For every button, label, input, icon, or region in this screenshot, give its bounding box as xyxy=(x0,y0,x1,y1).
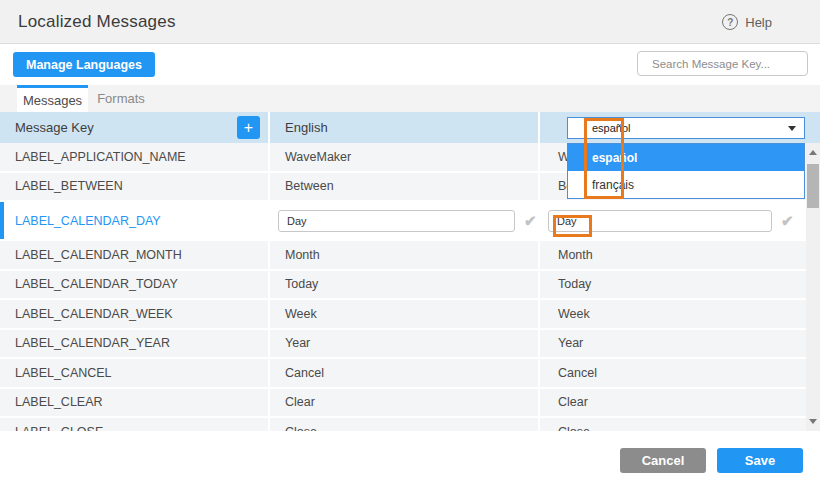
english-value-cell: ✔ xyxy=(270,202,540,239)
footer-bar: Cancel Save xyxy=(0,431,820,490)
message-key-cell: LABEL_CLEAR xyxy=(0,389,270,417)
scroll-down-icon[interactable] xyxy=(809,419,817,424)
localized-value-cell: Today xyxy=(540,271,806,299)
english-value-cell: WaveMaker xyxy=(270,143,540,171)
cancel-button[interactable]: Cancel xyxy=(620,448,706,473)
english-value-cell: Week xyxy=(270,300,540,328)
column-header-message-key: Message Key + xyxy=(0,112,270,143)
search-input[interactable] xyxy=(652,58,806,70)
table-row[interactable]: LABEL_CALENDAR_WEEK Week Week xyxy=(0,300,806,330)
message-key-cell: LABEL_CANCEL xyxy=(0,359,270,387)
help-label: Help xyxy=(745,15,772,30)
language-select-value: español xyxy=(592,122,631,134)
localized-value-cell: Week xyxy=(540,300,806,328)
message-key-cell: LABEL_APPLICATION_NAME xyxy=(0,143,270,171)
table-row[interactable]: LABEL_CALENDAR_MONTH Month Month xyxy=(0,241,806,271)
english-value-cell: Month xyxy=(270,241,540,269)
localized-value-cell: Month xyxy=(540,241,806,269)
table-row-selected[interactable]: LABEL_CALENDAR_DAY ✔ ✔ xyxy=(0,202,806,241)
table-row[interactable]: LABEL_CALENDAR_TODAY Today Today xyxy=(0,271,806,301)
localized-messages-dialog: Localized Messages ? Help Manage Languag… xyxy=(0,0,820,490)
scrollbar-thumb[interactable] xyxy=(807,164,819,208)
help-button[interactable]: ? Help xyxy=(722,0,772,44)
message-key-header-label: Message Key xyxy=(15,120,94,135)
vertical-scrollbar[interactable] xyxy=(806,143,820,431)
message-key-cell: LABEL_CALENDAR_WEEK xyxy=(0,300,270,328)
message-key-cell: LABEL_CALENDAR_DAY xyxy=(0,202,270,239)
english-value-cell: Today xyxy=(270,271,540,299)
message-key-cell: LABEL_CALENDAR_YEAR xyxy=(0,330,270,358)
table-row[interactable]: LABEL_CALENDAR_YEAR Year Year xyxy=(0,330,806,360)
page-title: Localized Messages xyxy=(18,12,176,32)
title-bar: Localized Messages ? Help xyxy=(0,0,820,44)
language-dropdown-panel: español français xyxy=(567,143,805,199)
table-row[interactable]: LABEL_CLEAR Clear Clear xyxy=(0,389,806,419)
localized-value-cell: Year xyxy=(540,330,806,358)
english-value-cell: Between xyxy=(270,173,540,201)
english-value-cell: Close xyxy=(270,418,540,431)
language-select[interactable]: español xyxy=(567,117,805,139)
add-message-key-button[interactable]: + xyxy=(237,116,260,139)
manage-languages-button[interactable]: Manage Languages xyxy=(13,52,155,77)
english-value-cell: Year xyxy=(270,330,540,358)
localized-edit-input[interactable] xyxy=(548,210,772,232)
confirm-check-icon[interactable]: ✔ xyxy=(781,212,794,230)
tab-messages[interactable]: Messages xyxy=(17,85,88,112)
chevron-down-icon xyxy=(788,126,796,131)
help-icon: ? xyxy=(722,14,738,30)
plus-icon: + xyxy=(244,119,253,136)
message-key-cell: LABEL_CLOSE xyxy=(0,418,270,431)
save-button[interactable]: Save xyxy=(717,448,803,473)
toolbar: Manage Languages xyxy=(0,45,820,85)
english-edit-input[interactable] xyxy=(278,210,515,232)
message-key-cell: LABEL_CALENDAR_MONTH xyxy=(0,241,270,269)
message-key-cell: LABEL_BETWEEN xyxy=(0,173,270,201)
tab-formats[interactable]: Formats xyxy=(88,85,154,112)
scroll-up-icon[interactable] xyxy=(809,150,817,155)
tab-bar: Messages Formats xyxy=(0,85,820,112)
localized-value-cell: Clear xyxy=(540,389,806,417)
table-row[interactable]: LABEL_CANCEL Cancel Cancel xyxy=(0,359,806,389)
english-value-cell: Cancel xyxy=(270,359,540,387)
localized-value-cell: Cancel xyxy=(540,359,806,387)
search-box[interactable] xyxy=(637,51,808,76)
english-value-cell: Clear xyxy=(270,389,540,417)
language-option-francais[interactable]: français xyxy=(568,171,804,198)
message-key-cell: LABEL_CALENDAR_TODAY xyxy=(0,271,270,299)
language-option-espanol[interactable]: español xyxy=(568,144,804,171)
localized-value-cell: Close xyxy=(540,418,806,431)
confirm-check-icon[interactable]: ✔ xyxy=(524,212,537,230)
table-row[interactable]: LABEL_CLOSE Close Close xyxy=(0,418,806,431)
english-header-label: English xyxy=(285,120,328,135)
localized-value-cell: ✔ xyxy=(540,202,806,239)
column-header-english: English xyxy=(270,112,540,143)
